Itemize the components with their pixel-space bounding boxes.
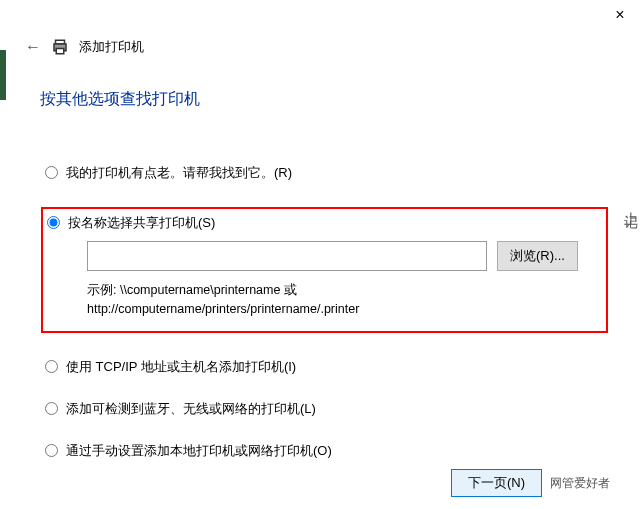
radio-group: 我的打印机有点老。请帮我找到它。(R) 按名称选择共享打印机(S) 浏览(R).… [45,165,600,459]
input-row: 浏览(R)... [87,241,598,271]
radio-tcpip[interactable]: 使用 TCP/IP 地址或主机名添加打印机(I) [45,359,600,375]
title-bar: × [0,0,640,30]
back-arrow-icon[interactable]: ← [25,38,41,56]
watermark-text: 网管爱好者 [550,475,610,492]
example-text: 示例: \\computername\printername 或 http://… [87,281,598,319]
browse-button[interactable]: 浏览(R)... [497,241,578,271]
radio-input-bluetooth[interactable] [45,402,58,415]
radio-bluetooth[interactable]: 添加可检测到蓝牙、无线或网络的打印机(L) [45,401,600,417]
dialog-header: ← 添加打印机 [0,30,640,64]
radio-old-printer[interactable]: 我的打印机有点老。请帮我找到它。(R) [45,165,600,181]
radio-input-old[interactable] [45,166,58,179]
radio-input-manual[interactable] [45,444,58,457]
next-button[interactable]: 下一页(N) [451,469,542,497]
radio-by-name[interactable]: 按名称选择共享打印机(S) [47,215,598,231]
radio-input-name[interactable] [47,216,60,229]
radio-label-bluetooth[interactable]: 添加可检测到蓝牙、无线或网络的打印机(L) [66,401,316,417]
printer-path-input[interactable] [87,241,487,271]
edge-decoration [0,50,6,100]
header-title: 添加打印机 [79,38,144,56]
radio-label-name[interactable]: 按名称选择共享打印机(S) [68,215,215,231]
printer-icon [51,38,69,56]
footer: 下一页(N) 网管爱好者 [451,469,610,497]
radio-label-manual[interactable]: 通过手动设置添加本地打印机或网络打印机(O) [66,443,332,459]
highlight-box: 按名称选择共享打印机(S) 浏览(R)... 示例: \\computernam… [41,207,608,333]
radio-manual[interactable]: 通过手动设置添加本地打印机或网络打印机(O) [45,443,600,459]
content-area: 按其他选项查找打印机 我的打印机有点老。请帮我找到它。(R) 按名称选择共享打印… [0,64,640,459]
example-line1: 示例: \\computername\printername 或 [87,281,598,300]
side-text: 上 记 [622,200,640,204]
radio-label-tcpip[interactable]: 使用 TCP/IP 地址或主机名添加打印机(I) [66,359,296,375]
page-heading: 按其他选项查找打印机 [40,89,600,110]
close-button[interactable]: × [610,6,630,24]
example-line2: http://computername/printers/printername… [87,300,598,319]
radio-label-old[interactable]: 我的打印机有点老。请帮我找到它。(R) [66,165,292,181]
by-name-block: 浏览(R)... 示例: \\computername\printername … [47,241,598,319]
radio-input-tcpip[interactable] [45,360,58,373]
svg-rect-2 [56,49,64,54]
